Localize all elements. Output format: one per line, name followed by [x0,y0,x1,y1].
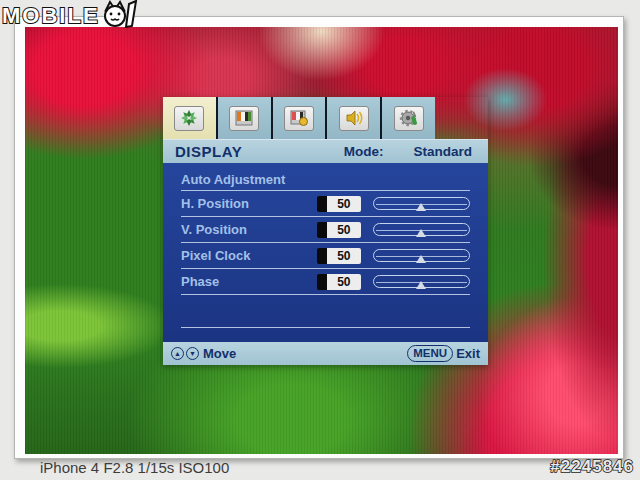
tab-picture[interactable] [218,97,271,139]
menu-item-h-position[interactable]: H. Position 50 [181,191,470,216]
menu-item-label: Pixel Clock [181,248,317,263]
color-bars-badge-icon [284,106,314,131]
value-cap [317,196,327,212]
down-arrow-icon[interactable]: ▼ [186,347,199,360]
color-bars-icon [229,106,259,131]
value-cap [317,274,327,290]
menu-item-phase[interactable]: Phase 50 [181,269,470,294]
pinwheel-icon [174,106,204,131]
h-position-slider[interactable] [373,197,470,210]
phase-slider[interactable] [373,275,470,288]
slider-thumb-icon[interactable] [416,229,426,237]
menu-item-label: V. Position [181,222,317,237]
value-box: 50 [317,274,361,290]
mobile01-logo: MOBILE [2,0,141,32]
value-box: 50 [317,196,361,212]
tab-audio[interactable] [327,97,380,139]
exit-label: Exit [456,346,480,361]
v-position-slider[interactable] [373,223,470,236]
mobile01-cat-icon [101,0,141,32]
osd-menu-body: Auto Adjustment H. Position 50 V. Positi… [163,163,488,342]
tab-display[interactable] [163,97,216,139]
mode-value: Standard [413,144,472,159]
value-number: 50 [327,196,361,212]
osd-title: DISPLAY [175,143,242,160]
osd-tab-bar [163,97,435,139]
menu-item-label: Phase [181,274,317,289]
tab-color[interactable] [273,97,326,139]
osd-panel: DISPLAY Mode: Standard Auto Adjustment H… [163,97,488,365]
value-box: 50 [317,222,361,238]
value-number: 50 [327,274,361,290]
value-cap [317,222,327,238]
slider-thumb-icon[interactable] [416,203,426,211]
menu-item-label: H. Position [181,196,317,211]
tab-system[interactable] [382,97,435,139]
osd-footer: ▲ ▼ Move MENU Exit [163,342,488,365]
move-label: Move [203,346,236,361]
mode-label: Mode: [344,144,384,159]
menu-item-pixel-clock[interactable]: Pixel Clock 50 [181,243,470,268]
value-number: 50 [327,222,361,238]
exif-caption: iPhone 4 F2.8 1/15s ISO100 [40,459,229,476]
slider-thumb-icon[interactable] [416,255,426,263]
speaker-icon [339,106,369,131]
slider-thumb-icon[interactable] [416,281,426,289]
up-arrow-icon[interactable]: ▲ [171,347,184,360]
value-box: 50 [317,248,361,264]
pixel-clock-slider[interactable] [373,249,470,262]
gear-tool-icon [394,106,424,131]
menu-key-button[interactable]: MENU [407,345,453,362]
menu-item-label: Auto Adjustment [181,172,318,187]
value-number: 50 [327,248,361,264]
value-cap [317,248,327,264]
menu-item-v-position[interactable]: V. Position 50 [181,217,470,242]
menu-item-auto-adjustment[interactable]: Auto Adjustment [181,168,470,190]
mobile01-logo-text: MOBILE [2,3,100,29]
photo-id-watermark: #2245846 [550,457,634,477]
osd-header: DISPLAY Mode: Standard [163,139,488,163]
empty-space [181,295,470,327]
